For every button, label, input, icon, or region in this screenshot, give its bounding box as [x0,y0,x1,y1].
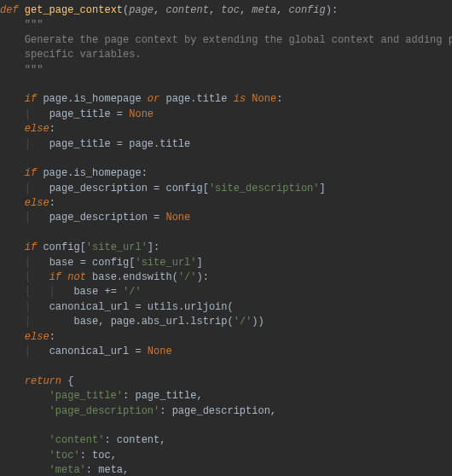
param-config: config [289,4,326,16]
key-page-description: 'page_description' [49,405,160,417]
param-toc: toc [221,4,240,16]
docstring-line2: specific variables. [25,49,142,61]
keyword-else: else [25,123,49,135]
keyword-def: def [0,4,19,16]
docstring-close: """ [25,64,43,76]
string-site-description: 'site_description' [209,183,320,194]
literal-none: None [252,93,276,105]
keyword-return: return [25,375,61,387]
keyword-if: if [25,93,37,105]
docstring-line1: Generate the page context by extending t… [25,34,452,46]
keyword-is: is [234,93,246,105]
key-content: 'content' [49,434,105,446]
keyword-not: not [67,271,86,283]
code-editor[interactable]: def get_page_context(page, content, toc,… [0,0,452,476]
key-page-title: 'page_title' [49,390,123,402]
string-slash: '/' [178,271,197,283]
param-content: content [165,4,208,16]
param-meta: meta [252,4,276,16]
function-name: get_page_context [25,4,123,16]
keyword-or: or [148,93,159,105]
param-page: page [129,4,154,16]
key-meta: 'meta' [49,464,86,476]
key-toc: 'toc' [49,450,80,461]
docstring-open: """ [25,19,43,31]
string-site-url: 'site_url' [86,241,148,253]
